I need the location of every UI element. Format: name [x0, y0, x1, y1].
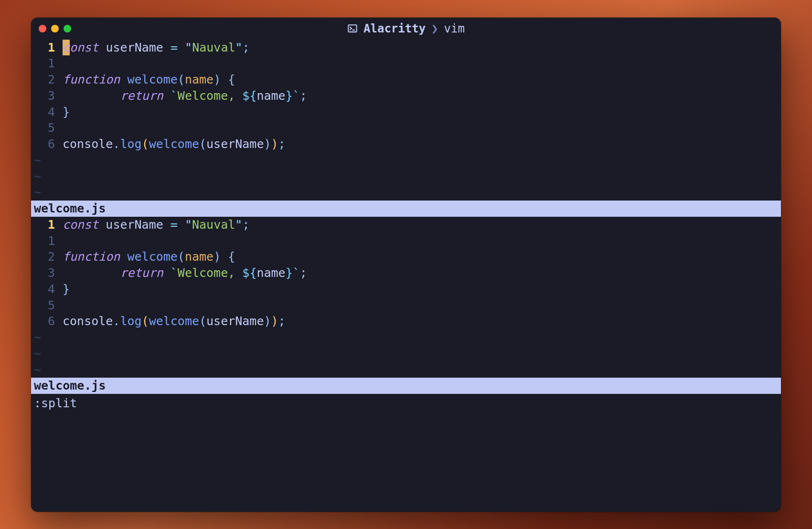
code-row[interactable]: 3 return `Welcome, ${name}`; [31, 88, 781, 104]
title-separator: ❯ [431, 22, 438, 35]
line-number-relative: 2 [31, 249, 58, 265]
code-row[interactable]: 4} [31, 281, 781, 297]
line-number-relative: 3 [31, 265, 58, 281]
code-line[interactable]: console.log(welcome(userName)); [58, 313, 286, 329]
code-line[interactable] [58, 233, 63, 249]
line-number-current: 1 [31, 217, 58, 233]
empty-line-tilde: ~ [31, 362, 781, 378]
code-line[interactable]: const userName = "Nauval"; [58, 217, 249, 233]
code-row[interactable]: 3 return `Welcome, ${name}`; [31, 265, 781, 281]
code-line[interactable]: console.log(welcome(userName)); [58, 136, 286, 152]
line-number-relative: 6 [31, 136, 58, 152]
minimize-button[interactable] [51, 25, 59, 32]
code-row[interactable]: 1 [31, 233, 781, 249]
code-row[interactable]: 1 [31, 55, 781, 72]
code-row[interactable]: 6console.log(welcome(userName)); [31, 313, 781, 329]
svg-rect-0 [348, 25, 356, 32]
line-number-relative: 5 [31, 297, 58, 314]
empty-line-tilde: ~ [31, 329, 781, 346]
code-row[interactable]: 4} [31, 104, 781, 120]
empty-line-tilde: ~ [31, 152, 781, 169]
statusbar-filename: welcome.js [31, 378, 781, 394]
line-number-relative: 3 [31, 88, 58, 104]
line-number-relative: 4 [31, 281, 58, 297]
command-line[interactable]: :split [31, 394, 781, 413]
title-app: Alacritty [363, 22, 426, 35]
code-line[interactable]: return `Welcome, ${name}`; [58, 265, 307, 281]
code-row[interactable]: 6console.log(welcome(userName)); [31, 136, 781, 152]
statusbar-filename: welcome.js [31, 201, 781, 217]
code-row[interactable]: 2function welcome(name) { [31, 72, 781, 88]
code-area[interactable]: 1const userName = "Nauval";12function we… [31, 40, 781, 201]
code-row[interactable]: 1const userName = "Nauval"; [31, 217, 781, 233]
code-line[interactable] [58, 120, 63, 136]
terminal-window: Alacritty ❯ vim 1const userName = "Nauva… [31, 18, 781, 512]
code-line[interactable] [58, 55, 63, 72]
split-pane[interactable]: 1const userName = "Nauval";12function we… [31, 217, 781, 394]
empty-line-tilde: ~ [31, 346, 781, 362]
code-line[interactable]: } [58, 104, 70, 120]
editor[interactable]: 1const userName = "Nauval";12function we… [31, 40, 781, 512]
titlebar: Alacritty ❯ vim [31, 18, 781, 40]
code-row[interactable]: 1const userName = "Nauval"; [31, 40, 781, 56]
terminal-icon [347, 23, 358, 34]
code-row[interactable]: 5 [31, 120, 781, 136]
empty-line-tilde: ~ [31, 184, 781, 201]
title-process: vim [444, 22, 465, 35]
code-line[interactable]: const userName = "Nauval"; [58, 40, 250, 56]
line-number-relative: 4 [31, 104, 58, 120]
zoom-button[interactable] [64, 25, 71, 32]
code-line[interactable]: function welcome(name) { [58, 249, 235, 265]
line-number-relative: 2 [31, 72, 58, 88]
line-number-relative: 1 [31, 55, 58, 72]
code-area[interactable]: 1const userName = "Nauval";12function we… [31, 217, 781, 378]
line-number-relative: 1 [31, 233, 58, 249]
code-line[interactable]: return `Welcome, ${name}`; [58, 88, 307, 104]
traffic-lights [39, 25, 71, 32]
line-number-relative: 6 [31, 313, 58, 329]
window-title: Alacritty ❯ vim [31, 22, 781, 35]
code-line[interactable] [58, 297, 63, 314]
close-button[interactable] [39, 25, 46, 32]
line-number-current: 1 [31, 40, 58, 56]
code-row[interactable]: 2function welcome(name) { [31, 249, 781, 265]
code-line[interactable]: function welcome(name) { [58, 72, 235, 88]
split-pane-active[interactable]: 1const userName = "Nauval";12function we… [31, 40, 781, 217]
empty-line-tilde: ~ [31, 169, 781, 185]
line-number-relative: 5 [31, 120, 58, 136]
cursor: c [63, 40, 70, 56]
code-line[interactable]: } [58, 281, 70, 297]
code-row[interactable]: 5 [31, 297, 781, 314]
